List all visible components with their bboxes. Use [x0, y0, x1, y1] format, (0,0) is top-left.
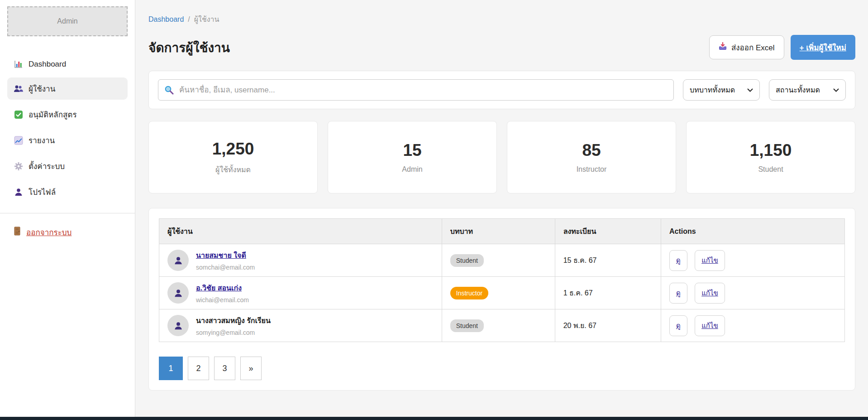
pagination-next[interactable]: »: [240, 357, 262, 380]
view-button[interactable]: ดู: [669, 315, 687, 336]
stat-value: 1,250: [212, 140, 254, 159]
stat-value: 85: [582, 141, 601, 160]
export-excel-button[interactable]: ส่งออก Excel: [709, 35, 784, 59]
check-icon: [14, 110, 23, 119]
sidebar-item-label: อนุมัติหลักสูตร: [29, 108, 77, 121]
col-header-actions: Actions: [661, 219, 844, 244]
view-button[interactable]: ดู: [669, 283, 687, 304]
users-table: ผู้ใช้งาน บทบาท ลงทะเบียน Actions: [159, 218, 845, 342]
pagination-page-2[interactable]: 2: [188, 357, 209, 380]
edit-button[interactable]: แก้ไข: [695, 283, 725, 304]
col-header-registered: ลงทะเบียน: [555, 219, 661, 244]
sidebar-item-label: ตั้งค่าระบบ: [29, 160, 65, 172]
breadcrumb-separator: /: [188, 15, 190, 24]
stat-card-total-users: 1,250 ผู้ใช้ทั้งหมด: [148, 121, 318, 193]
sidebar-item-profile[interactable]: โปรไฟล์: [7, 181, 128, 203]
col-header-role: บทบาท: [442, 219, 555, 244]
edit-button[interactable]: แก้ไข: [695, 315, 725, 336]
status-filter-select[interactable]: สถานะทั้งหมด: [769, 79, 846, 101]
user-cell: นางสาวสมหญิง รักเรียน somying@email.com: [167, 315, 434, 336]
table-row: นายสมชาย ใจดี somchai@email.com Student …: [159, 244, 845, 277]
search-input[interactable]: [158, 79, 674, 101]
edit-button[interactable]: แก้ไข: [695, 250, 725, 271]
stat-card-admin: 15 Admin: [328, 121, 497, 193]
page-title: จัดการผู้ใช้งาน: [148, 38, 230, 58]
admin-logo-placeholder: Admin: [7, 6, 128, 36]
search-icon: [164, 85, 174, 97]
sidebar-item-label: รายงาน: [29, 134, 55, 146]
breadcrumb-dashboard-link[interactable]: Dashboard: [148, 15, 184, 24]
role-badge: Student: [450, 319, 484, 332]
user-name-link[interactable]: นายสมชาย ใจดี: [196, 250, 255, 261]
stat-card-instructor: 85 Instructor: [507, 121, 676, 193]
user-name-link[interactable]: อ.วิชัย สอนเก่ง: [196, 282, 249, 294]
role-badge: Instructor: [450, 287, 488, 299]
registered-date: 15 ธ.ค. 67: [563, 256, 597, 264]
sidebar-item-label: ผู้ใช้งาน: [29, 82, 55, 95]
logout-label: ออกจากระบบ: [26, 226, 72, 238]
chart-up-icon: [14, 135, 23, 145]
add-user-label: + เพิ่มผู้ใช้ใหม่: [800, 43, 846, 52]
pagination-page-3[interactable]: 3: [214, 357, 235, 380]
stat-card-student: 1,150 Student: [686, 121, 855, 193]
chevron-down-icon: [747, 86, 753, 94]
sidebar: Admin Dashboard ผู้ใช้งาน อนุมัติหลักสูต…: [0, 0, 135, 417]
logout-link[interactable]: ออกจากระบบ: [7, 226, 128, 238]
stat-value: 1,150: [750, 141, 792, 160]
user-name: นางสาวสมหญิง รักเรียน: [196, 315, 271, 326]
sidebar-item-course-approval[interactable]: อนุมัติหลักสูตร: [7, 103, 128, 126]
sidebar-item-reports[interactable]: รายงาน: [7, 129, 128, 151]
role-badge: Student: [450, 254, 484, 267]
main-content: Dashboard / ผู้ใช้งาน จัดการผู้ใช้งาน ส่…: [136, 0, 868, 417]
chevron-down-icon: [833, 86, 839, 94]
admin-logo-text: Admin: [57, 17, 77, 25]
stat-label: Instructor: [577, 165, 607, 174]
search-wrap: [158, 79, 674, 101]
sidebar-divider: [0, 213, 135, 213]
add-user-button[interactable]: + เพิ่มผู้ใช้ใหม่: [791, 35, 855, 60]
table-row: อ.วิชัย สอนเก่ง wichai@email.com Instruc…: [159, 277, 845, 309]
pagination: 1 2 3 »: [159, 357, 845, 380]
bottom-edge-bar: [0, 417, 868, 420]
person-icon: [14, 187, 23, 197]
registered-date: 1 ธ.ค. 67: [563, 289, 593, 297]
sidebar-item-label: โปรไฟล์: [29, 186, 56, 198]
user-email: somying@email.com: [196, 329, 271, 336]
view-button[interactable]: ดู: [669, 250, 687, 271]
door-icon: [14, 227, 21, 238]
stat-label: Student: [758, 165, 783, 174]
pagination-page-1[interactable]: 1: [159, 357, 183, 380]
table-row: นางสาวสมหญิง รักเรียน somying@email.com …: [159, 309, 845, 342]
registered-date: 20 พ.ย. 67: [563, 322, 596, 329]
role-filter-select[interactable]: บทบาททั้งหมด: [683, 79, 760, 101]
bar-chart-icon: [14, 59, 23, 69]
download-icon: [719, 42, 727, 53]
page-header: จัดการผู้ใช้งาน ส่งออก Excel + เพิ่มผู้ใ…: [148, 35, 855, 60]
user-email: wichai@email.com: [196, 296, 249, 304]
col-header-user: ผู้ใช้งาน: [159, 219, 442, 244]
stat-label: Admin: [402, 165, 422, 174]
sidebar-item-users[interactable]: ผู้ใช้งาน: [7, 77, 128, 100]
stats-row: 1,250 ผู้ใช้ทั้งหมด 15 Admin 85 Instruct…: [148, 121, 855, 193]
users-icon: [14, 84, 23, 93]
table-header-row: ผู้ใช้งาน บทบาท ลงทะเบียน Actions: [159, 219, 845, 244]
status-filter-value: สถานะทั้งหมด: [776, 84, 820, 96]
user-email: somchai@email.com: [196, 264, 255, 271]
sidebar-item-label: Dashboard: [29, 60, 66, 69]
role-filter-value: บทบาททั้งหมด: [690, 84, 735, 96]
user-cell: นายสมชาย ใจดี somchai@email.com: [167, 250, 434, 271]
stat-value: 15: [403, 141, 421, 160]
sidebar-item-settings[interactable]: ตั้งค่าระบบ: [7, 155, 128, 177]
stat-label: ผู้ใช้ทั้งหมด: [215, 164, 251, 175]
avatar: [167, 282, 189, 304]
user-cell: อ.วิชัย สอนเก่ง wichai@email.com: [167, 282, 434, 304]
users-table-card: ผู้ใช้งาน บทบาท ลงทะเบียน Actions: [148, 208, 855, 391]
header-actions: ส่งออก Excel + เพิ่มผู้ใช้ใหม่: [709, 35, 855, 60]
sidebar-menu: Dashboard ผู้ใช้งาน อนุมัติหลักสูตร รายง…: [7, 54, 128, 203]
sidebar-item-dashboard[interactable]: Dashboard: [7, 54, 128, 74]
avatar: [167, 250, 189, 271]
breadcrumb: Dashboard / ผู้ใช้งาน: [148, 14, 855, 25]
gear-icon: [14, 161, 23, 171]
filter-card: บทบาททั้งหมด สถานะทั้งหมด: [148, 71, 855, 109]
avatar: [167, 315, 189, 336]
